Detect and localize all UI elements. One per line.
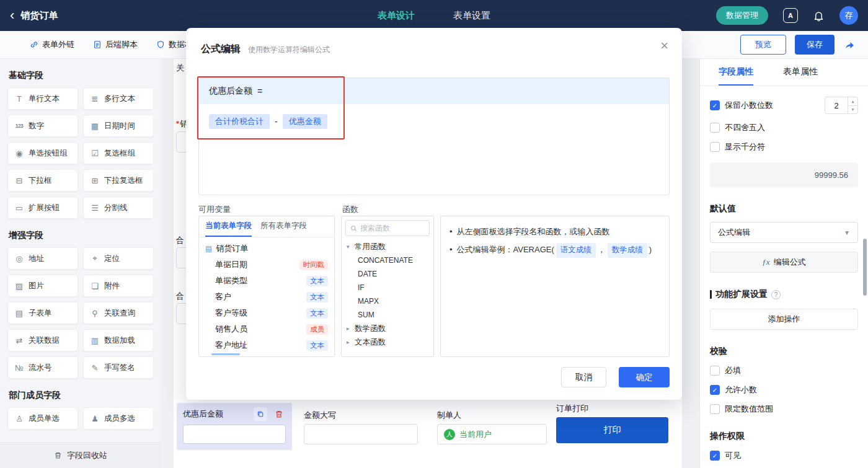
data-load-icon: ▥ — [90, 336, 100, 345]
creator-field[interactable]: 人 当前用户 — [437, 424, 547, 444]
validation-title: 校验 — [710, 346, 858, 357]
field-type-dropdown[interactable]: ⊟下拉框 — [7, 169, 78, 192]
help-icon[interactable]: ? — [771, 290, 781, 299]
amount-words-input[interactable] — [304, 424, 418, 444]
decimal-places-checkbox[interactable] — [710, 100, 720, 110]
decimal-places-stepper[interactable]: 2 ▲▼ — [825, 97, 858, 114]
formula-expression[interactable]: 合计价税合计 - 优惠金额 — [199, 104, 669, 139]
field-type-address[interactable]: ◎地址 — [7, 247, 78, 270]
stepper-down-icon[interactable]: ▼ — [848, 106, 857, 114]
field-type-member-multi[interactable]: ♟成员多选 — [83, 407, 154, 430]
field-type-location[interactable]: ⌖定位 — [83, 247, 154, 270]
thousand-separator-checkbox[interactable] — [710, 142, 720, 152]
back-icon[interactable]: ‹ — [10, 9, 14, 22]
stepper-up-icon[interactable]: ▲ — [848, 97, 857, 106]
field-type-image[interactable]: ▨图片 — [7, 275, 78, 297]
tab-field-properties[interactable]: 字段属性 — [719, 59, 753, 86]
function-group-math[interactable]: ▸数学函数 — [342, 322, 433, 335]
discount-amount-field-selected[interactable]: 优惠后金额 — [177, 403, 292, 450]
tree-root-form[interactable]: ▤销货订单 — [199, 241, 334, 257]
edit-formula-button[interactable]: ƒx 编辑公式 — [710, 252, 858, 273]
field-type-multi-line-text[interactable]: ≣多行文本 — [83, 87, 154, 110]
field-type-member-single[interactable]: ♙成员单选 — [7, 407, 78, 430]
function-item[interactable]: DATE — [342, 267, 433, 281]
attachment-icon: ❏ — [90, 281, 100, 291]
field-type-signature[interactable]: ✎手写签名 — [83, 356, 154, 379]
field-type-number[interactable]: 123数字 — [7, 115, 78, 137]
covered-field-label: 合 — [176, 291, 184, 302]
tab-form-settings[interactable]: 表单设置 — [453, 10, 490, 22]
function-item[interactable]: MAPX — [342, 294, 433, 308]
delete-field-icon[interactable] — [272, 407, 286, 421]
default-value-select[interactable]: 公式编辑 ▼ — [710, 222, 858, 243]
formula-editor[interactable]: 优惠后金额 = 合计价税合计 - 优惠金额 — [198, 77, 670, 195]
close-icon[interactable]: × — [660, 39, 668, 53]
variable-row[interactable]: 客户地址文本 — [199, 337, 334, 353]
variable-row[interactable]: 单据日期时间戳 — [199, 257, 334, 273]
required-checkbox[interactable] — [710, 366, 720, 376]
preview-button[interactable]: 预览 — [740, 35, 786, 55]
covered-field-label: 关 — [176, 63, 184, 74]
field-type-single-line-text[interactable]: T单行文本 — [7, 87, 78, 110]
field-type-linked-data[interactable]: ⇄关联数据 — [7, 329, 78, 351]
add-action-button[interactable]: 添加操作 — [710, 309, 858, 330]
share-icon[interactable] — [843, 38, 856, 51]
function-item[interactable]: CONCATENATE — [342, 254, 433, 267]
translate-icon[interactable]: A — [783, 8, 798, 23]
field-type-serial-number[interactable]: №流水号 — [7, 356, 78, 379]
field-type-subform[interactable]: ▤子表单 — [7, 302, 78, 324]
tab-current-form-fields[interactable]: 当前表单字段 — [205, 216, 252, 237]
vertical-scrollbar[interactable] — [863, 239, 867, 296]
save-button[interactable]: 保存 — [795, 35, 835, 55]
function-item[interactable]: SUM — [342, 308, 433, 322]
field-type-label: 手写签名 — [104, 363, 135, 373]
field-type-divider[interactable]: ☰分割线 — [83, 196, 154, 219]
field-chip-total[interactable]: 合计价税合计 — [209, 114, 270, 129]
link-icon — [30, 40, 38, 49]
function-search-box[interactable] — [345, 220, 430, 236]
functions-panel: ▾常用函数 CONCATENATE DATE IF MAPX SUM ▸数学函数… — [341, 216, 434, 357]
form-external-link-item[interactable]: 表单外链 — [30, 39, 74, 50]
field-type-multi-dropdown[interactable]: ⊞下拉复选框 — [83, 169, 154, 192]
copy-field-icon[interactable] — [254, 407, 267, 421]
type-badge: 时间戳 — [299, 260, 329, 270]
variable-row[interactable]: 客户文本 — [199, 289, 334, 305]
field-type-checkbox-group[interactable]: ☑复选框组 — [83, 142, 154, 164]
field-type-extend-button[interactable]: ▭扩展按钮 — [7, 196, 78, 219]
no-rounding-checkbox[interactable] — [710, 123, 720, 133]
backend-script-item[interactable]: 后端脚本 — [93, 39, 138, 50]
type-badge: 文本 — [306, 308, 328, 319]
avatar[interactable]: 存 — [839, 6, 858, 25]
variable-row[interactable]: 销售人员成员 — [199, 321, 334, 337]
field-type-attachment[interactable]: ❏附件 — [83, 275, 154, 297]
field-type-data-load[interactable]: ▥数据加载 — [83, 329, 154, 351]
allow-decimal-label: 允许小数 — [725, 384, 757, 395]
variable-row[interactable]: 客户等级文本 — [199, 305, 334, 321]
field-type-radio-group[interactable]: ◉单选按钮组 — [7, 142, 78, 164]
field-chip-discount[interactable]: 优惠金额 — [283, 114, 327, 129]
tab-all-form-fields[interactable]: 所有表单字段 — [260, 216, 307, 237]
function-search-input[interactable] — [360, 224, 425, 232]
bell-icon[interactable] — [813, 10, 825, 22]
discount-amount-input[interactable] — [183, 425, 286, 444]
function-item[interactable]: IF — [342, 281, 433, 294]
field-type-linked-query[interactable]: ⚲关联查询 — [83, 302, 154, 324]
no-rounding-label: 不四舍五入 — [725, 122, 765, 133]
field-recycle-bin[interactable]: 字段回收站 — [0, 442, 161, 468]
value-range-checkbox[interactable] — [710, 404, 720, 414]
operation-permission-title: 操作权限 — [710, 431, 858, 442]
function-group-text[interactable]: ▸文本函数 — [342, 335, 433, 349]
cancel-button[interactable]: 取消 — [561, 367, 606, 387]
visible-checkbox[interactable] — [710, 451, 720, 461]
allow-decimal-checkbox[interactable] — [710, 385, 720, 395]
variable-row[interactable]: 单据类型文本 — [199, 273, 334, 289]
print-button[interactable]: 打印 — [556, 417, 668, 443]
field-type-datetime[interactable]: ▦日期时间 — [83, 115, 154, 137]
confirm-button[interactable]: 确定 — [619, 367, 670, 387]
function-group-common[interactable]: ▾常用函数 — [342, 240, 433, 254]
tab-form-design[interactable]: 表单设计 — [378, 10, 415, 22]
horizontal-scrollbar[interactable] — [211, 353, 240, 355]
tab-form-properties[interactable]: 表单属性 — [783, 59, 818, 86]
visible-row: 可见 — [710, 450, 858, 461]
data-manage-button[interactable]: 数据管理 — [716, 6, 768, 25]
